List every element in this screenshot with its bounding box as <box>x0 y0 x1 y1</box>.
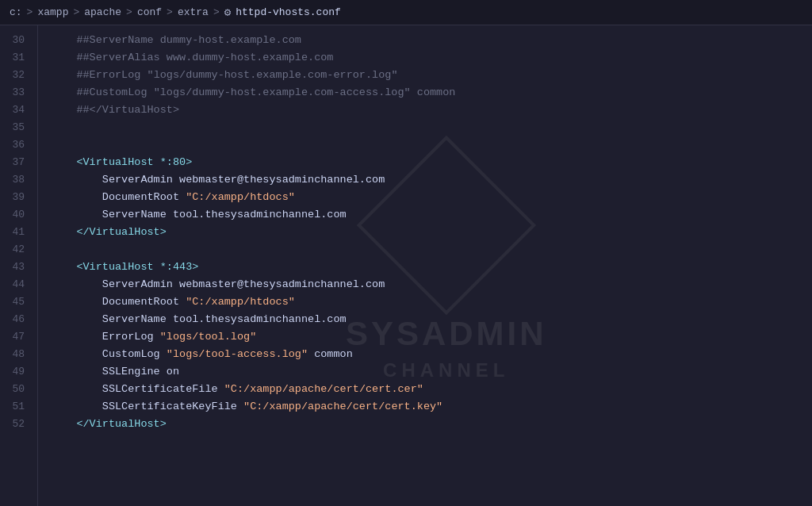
line-number: 50 <box>6 381 25 398</box>
line-number: 44 <box>6 276 25 293</box>
breadcrumb-drive: c: <box>10 6 22 18</box>
line-number: 42 <box>6 241 25 259</box>
line-number: 34 <box>6 102 25 119</box>
code-line: ErrorLog "logs/tool.log" <box>51 328 799 346</box>
gear-icon: ⚙ <box>224 6 231 19</box>
code-line: <VirtualHost *:80> <box>51 154 799 171</box>
line-number: 35 <box>6 119 25 136</box>
code-line: SSLCertificateKeyFile "C:/xampp/apache/c… <box>51 398 799 416</box>
line-number: 49 <box>6 363 25 381</box>
line-numbers: 3031323334353637383940414243444546474849… <box>0 25 38 506</box>
code-line: <VirtualHost *:443> <box>51 259 799 276</box>
breadcrumb-xampp[interactable]: xampp <box>37 6 68 18</box>
line-number: 52 <box>6 416 25 433</box>
line-number: 39 <box>6 189 25 206</box>
line-number: 47 <box>6 328 25 346</box>
breadcrumb-filename: httpd-vhosts.conf <box>236 6 341 18</box>
code-line: ##</VirtualHost> <box>51 102 799 119</box>
line-number: 36 <box>6 136 25 154</box>
code-line: ServerAdmin webmaster@thesysadminchannel… <box>51 171 799 189</box>
code-line: DocumentRoot "C:/xampp/htdocs" <box>51 189 799 206</box>
line-number: 46 <box>6 311 25 328</box>
code-line: SSLCertificateFile "C:/xampp/apache/cert… <box>51 381 799 398</box>
line-number: 43 <box>6 259 25 276</box>
line-number: 48 <box>6 346 25 363</box>
line-number: 31 <box>6 49 25 67</box>
code-line: </VirtualHost> <box>51 224 799 241</box>
code-content[interactable]: ##ServerName dummy-host.example.com ##Se… <box>38 25 812 506</box>
line-number: 40 <box>6 206 25 224</box>
code-line: ##ErrorLog "logs/dummy-host.example.com-… <box>51 67 799 84</box>
breadcrumb-extra[interactable]: extra <box>178 6 209 18</box>
code-line: CustomLog "logs/tool-access.log" common <box>51 346 799 363</box>
line-number: 30 <box>6 32 25 49</box>
breadcrumb-apache[interactable]: apache <box>84 6 121 18</box>
code-line: SSLEngine on <box>51 363 799 381</box>
line-number: 32 <box>6 67 25 84</box>
code-line: </VirtualHost> <box>51 416 799 433</box>
line-number: 38 <box>6 171 25 189</box>
breadcrumb: c: > xampp > apache > conf > extra > ⚙ h… <box>10 6 341 19</box>
code-line <box>51 241 799 259</box>
line-number: 33 <box>6 84 25 102</box>
title-bar: c: > xampp > apache > conf > extra > ⚙ h… <box>0 0 812 25</box>
breadcrumb-conf[interactable]: conf <box>137 6 162 18</box>
line-number: 41 <box>6 224 25 241</box>
code-line: DocumentRoot "C:/xampp/htdocs" <box>51 293 799 311</box>
line-number: 51 <box>6 398 25 416</box>
code-line: ServerName tool.thesysadminchannel.com <box>51 206 799 224</box>
editor-area: SYSADMIN CHANNEL 30313233343536373839404… <box>0 25 812 506</box>
line-number: 45 <box>6 293 25 311</box>
code-line <box>51 119 799 136</box>
code-line: ##ServerAlias www.dummy-host.example.com <box>51 49 799 67</box>
code-line: ServerName tool.thesysadminchannel.com <box>51 311 799 328</box>
line-number: 37 <box>6 154 25 171</box>
code-line: ##CustomLog "logs/dummy-host.example.com… <box>51 84 799 102</box>
code-line: ServerAdmin webmaster@thesysadminchannel… <box>51 276 799 293</box>
code-line: ##ServerName dummy-host.example.com <box>51 32 799 49</box>
code-line <box>51 136 799 154</box>
